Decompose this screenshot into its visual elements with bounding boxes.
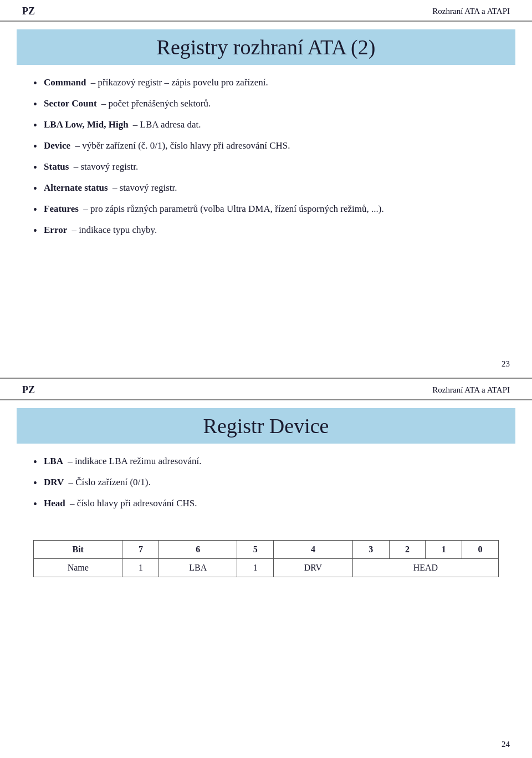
list-item: Device – výběr zařízení (č. 0/1), číslo … [33, 139, 499, 155]
bullet-term: Sector Count [44, 97, 97, 111]
list-item: Sector Count – počet přenášených sektorů… [33, 97, 499, 113]
slide-1-header: PZ Rozhraní ATA a ATAPI [0, 0, 532, 22]
bullet-desc: – stavový registr. [71, 160, 138, 174]
bullet-term: Head [44, 497, 65, 511]
table-col-bit: Bit [34, 541, 122, 559]
bullet-term: Alternate status [44, 181, 108, 195]
table-col-2: 2 [389, 541, 426, 559]
list-item: LBA Low, Mid, High – LBA adresa dat. [33, 118, 499, 134]
slide-1-page-number: 23 [502, 359, 510, 369]
bullet-desc: – počet přenášených sektorů. [99, 97, 211, 111]
bullet-term: LBA Low, Mid, High [44, 118, 129, 132]
table-col-7: 7 [122, 541, 159, 559]
slide-2: PZ Rozhraní ATA a ATAPI Registr Device L… [0, 379, 532, 758]
bullet-desc: – LBA adresa dat. [131, 118, 201, 132]
list-item: Status – stavový registr. [33, 160, 499, 176]
table-cell-lba: LBA [159, 559, 237, 577]
slide-1-content: Command – příkazový registr – zápis pove… [0, 65, 532, 256]
bullet-term: LBA [44, 455, 63, 469]
slide-2-header: PZ Rozhraní ATA a ATAPI [0, 379, 532, 400]
bullet-desc: – stavový registr. [110, 181, 177, 195]
bullet-desc: – příkazový registr – zápis povelu pro z… [89, 76, 268, 90]
table-header-row: Bit 7 6 5 4 3 2 1 0 [34, 541, 499, 559]
table-cell-val-1a: 1 [122, 559, 159, 577]
slide-2-page-number: 24 [502, 740, 510, 749]
table-cell-val-1b: 1 [237, 559, 274, 577]
slide-2-title-bar: Registr Device [17, 408, 515, 444]
bullet-term: Command [44, 76, 86, 90]
slide-2-pz: PZ [22, 384, 35, 396]
bullet-desc: – číslo hlavy při adresování CHS. [68, 497, 197, 511]
list-item: Command – příkazový registr – zápis pove… [33, 76, 499, 91]
slide-2-header-title: Rozhraní ATA a ATAPI [432, 385, 510, 395]
bullet-term: Features [44, 202, 79, 216]
slide-2-bullet-list: LBA – indikace LBA režimu adresování. DR… [33, 455, 499, 512]
table-col-0: 0 [462, 541, 499, 559]
table-col-6: 6 [159, 541, 237, 559]
list-item: Error – indikace typu chyby. [33, 223, 499, 239]
bullet-term: DRV [44, 476, 64, 490]
bullet-term: Device [44, 139, 70, 153]
slide-1-bullet-list: Command – příkazový registr – zápis pove… [33, 76, 499, 239]
table-col-4: 4 [274, 541, 353, 559]
register-table-wrapper: Bit 7 6 5 4 3 2 1 0 Name 1 L [0, 535, 532, 577]
bullet-desc: – indikace typu chyby. [69, 223, 157, 237]
slide-1-pz: PZ [22, 6, 35, 17]
table-col-1: 1 [426, 541, 462, 559]
table-col-5: 5 [237, 541, 274, 559]
slide-2-title: Registr Device [28, 414, 504, 438]
table-cell-drv: DRV [274, 559, 353, 577]
table-row: Name 1 LBA 1 DRV HEAD [34, 559, 499, 577]
list-item: Head – číslo hlavy při adresování CHS. [33, 497, 499, 512]
bullet-term: Status [44, 160, 69, 174]
list-item: Features – pro zápis různých parametrů (… [33, 202, 499, 218]
slide-1-title-bar: Registry rozhraní ATA (2) [17, 29, 515, 65]
document: PZ Rozhraní ATA a ATAPI Registry rozhran… [0, 0, 532, 758]
bullet-desc: – indikace LBA režimu adresování. [65, 455, 201, 469]
slide-2-content: LBA – indikace LBA režimu adresování. DR… [0, 444, 532, 529]
table-col-3: 3 [352, 541, 389, 559]
bullet-desc: – pro zápis různých parametrů (volba Ult… [81, 202, 384, 216]
register-table: Bit 7 6 5 4 3 2 1 0 Name 1 L [33, 540, 499, 577]
list-item: LBA – indikace LBA režimu adresování. [33, 455, 499, 470]
bullet-desc: – výběr zařízení (č. 0/1), číslo hlavy p… [73, 139, 290, 153]
table-cell-name: Name [34, 559, 122, 577]
table-cell-head: HEAD [352, 559, 498, 577]
slide-1: PZ Rozhraní ATA a ATAPI Registry rozhran… [0, 0, 532, 379]
bullet-term: Error [44, 223, 67, 237]
slide-1-title: Registry rozhraní ATA (2) [28, 35, 504, 59]
bullet-desc: – Číslo zařízení (0/1). [66, 476, 151, 490]
slide-1-header-title: Rozhraní ATA a ATAPI [432, 7, 510, 16]
list-item: Alternate status – stavový registr. [33, 181, 499, 197]
list-item: DRV – Číslo zařízení (0/1). [33, 476, 499, 491]
